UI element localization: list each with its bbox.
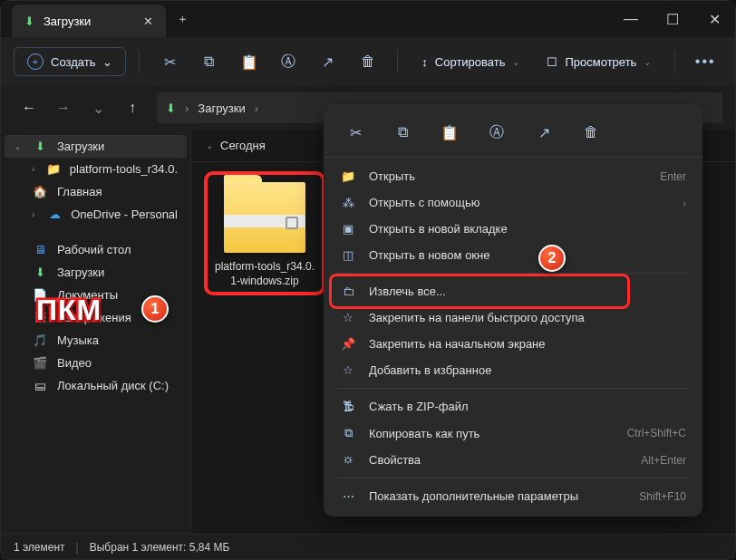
menu-copy-path[interactable]: ⧉ Копировать как путь Ctrl+Shift+C (324, 420, 702, 447)
separator: › (185, 101, 189, 115)
sidebar-item-videos[interactable]: 🎬 Видео (5, 352, 187, 374)
plus-icon: + (27, 53, 44, 70)
rename-button[interactable]: Ⓐ (481, 119, 512, 146)
zip-icon (224, 182, 305, 253)
address-folder: Загрузки (198, 101, 245, 115)
menu-label: Закрепить на панели быстрого доступа (369, 311, 585, 324)
menu-show-more[interactable]: ⋯ Показать дополнительные параметры Shif… (324, 483, 702, 509)
recent-button[interactable]: ⌄ (82, 92, 113, 123)
share-button[interactable]: ↗ (311, 46, 345, 77)
desktop-icon: 🖥 (32, 243, 48, 256)
menu-label: Закрепить на начальном экране (369, 337, 546, 351)
download-icon: ⬇ (166, 101, 176, 115)
close-button[interactable]: ✕ (693, 1, 735, 37)
cut-button[interactable]: ✂ (340, 119, 371, 146)
menu-compress[interactable]: 🗜 Сжать в ZIP-файл (324, 393, 702, 420)
menu-pin-start[interactable]: 📌 Закрепить на начальном экране (324, 331, 702, 357)
sidebar-item-platform-tools[interactable]: › 📁 platform-tools_r34.0. (5, 158, 187, 180)
video-icon: 🎬 (32, 356, 48, 370)
sidebar-item-music[interactable]: 🎵 Музыка (5, 329, 187, 352)
window-icon: ◫ (340, 248, 356, 262)
menu-open-with[interactable]: ⁂ Открыть с помощью › (324, 189, 702, 216)
sidebar: ⌄ ⬇ Загрузки › 📁 platform-tools_r34.0. 🏠… (1, 130, 191, 534)
titlebar: ⬇ Загрузки ✕ ＋ — ☐ ✕ (1, 1, 735, 37)
sort-label: Сортировать (435, 55, 506, 69)
maximize-button[interactable]: ☐ (652, 1, 693, 37)
cut-button[interactable]: ✂ (152, 46, 187, 77)
menu-label: Открыть (369, 169, 415, 183)
status-selected: Выбран 1 элемент: 5,84 МБ (90, 541, 230, 554)
menu-open-tab[interactable]: ▣ Открыть в новой вкладке (324, 216, 702, 242)
shortcut: Alt+Enter (641, 454, 686, 467)
new-tab-button[interactable]: ＋ (177, 11, 189, 27)
download-icon: ⬇ (32, 266, 48, 279)
minimize-button[interactable]: — (610, 1, 652, 37)
folder-icon: 📁 (46, 162, 61, 176)
tab-downloads[interactable]: ⬇ Загрузки ✕ (12, 5, 166, 37)
chevron-right-icon: › (683, 198, 686, 208)
more-button[interactable]: ••• (688, 46, 722, 77)
path-icon: ⧉ (340, 426, 356, 440)
menu-label: Открыть с помощью (369, 196, 479, 209)
shortcut: Ctrl+Shift+C (627, 427, 686, 439)
chevron-icon: › (32, 209, 39, 219)
menu-open-window[interactable]: ◫ Открыть в новом окне (324, 242, 702, 268)
sidebar-label: Загрузки (57, 140, 104, 153)
more-icon: ⋯ (340, 489, 356, 503)
extract-icon: 🗀 (340, 285, 356, 298)
music-icon: 🎵 (32, 333, 48, 347)
download-icon: ⬇ (24, 14, 34, 28)
menu-label: Открыть в новой вкладке (369, 222, 508, 236)
view-label: Просмотреть (565, 55, 636, 69)
disk-icon: 🖴 (32, 379, 48, 392)
menu-add-fav[interactable]: ☆ Добавить в избранное (324, 357, 702, 383)
paste-button[interactable]: 📋 (434, 119, 465, 146)
group-label: Сегодня (220, 139, 266, 152)
view-button[interactable]: ☐ Просмотреть ⌄ (536, 50, 662, 74)
copy-button[interactable]: ⧉ (387, 119, 418, 146)
up-button[interactable]: ↑ (117, 92, 148, 123)
paste-button[interactable]: 📋 (232, 46, 266, 77)
file-item-zip[interactable]: platform-tools_r34.0. 1-windows.zip (206, 177, 324, 294)
chevron-down-icon: ⌄ (102, 55, 112, 69)
forward-button[interactable]: → (48, 92, 79, 123)
delete-button[interactable]: 🗑 (351, 46, 385, 77)
menu-pin-quick[interactable]: ☆ Закрепить на панели быстрого доступа (324, 304, 702, 331)
sidebar-label: Видео (57, 356, 92, 370)
sidebar-label: Музыка (57, 333, 99, 347)
chevron-down-icon: ⌄ (644, 57, 651, 67)
back-button[interactable]: ← (14, 92, 44, 123)
file-label: platform-tools_r34.0. 1-windows.zip (215, 260, 315, 288)
sidebar-label: OneDrive - Personal (71, 208, 178, 221)
tab-title: Загрузки (44, 14, 91, 28)
sidebar-item-localdisk[interactable]: 🖴 Локальный диск (C:) (5, 374, 187, 397)
menu-open[interactable]: 📁 Открыть Enter (324, 163, 702, 189)
toolbar: + Создать ⌄ ✂ ⧉ 📋 Ⓐ ↗ 🗑 ↕ Сортировать ⌄ … (1, 37, 735, 86)
sidebar-item-downloads[interactable]: ⌄ ⬇ Загрузки (5, 135, 187, 158)
sidebar-item-onedrive[interactable]: › ☁ OneDrive - Personal (5, 203, 187, 226)
menu-label: Открыть в новом окне (369, 248, 489, 262)
new-button[interactable]: + Создать ⌄ (14, 47, 126, 76)
status-count: 1 элемент (14, 541, 65, 554)
download-icon: ⬇ (32, 140, 48, 153)
properties-icon: ⛭ (340, 453, 356, 467)
sidebar-item-home[interactable]: 🏠 Главная (5, 180, 187, 203)
sidebar-label: platform-tools_r34.0. (70, 162, 178, 176)
home-icon: 🏠 (32, 185, 48, 198)
menu-extract-all[interactable]: 🗀 Извлечь все... (324, 278, 702, 304)
menu-label: Извлечь все... (369, 285, 446, 298)
context-action-bar: ✂ ⧉ 📋 Ⓐ ↗ 🗑 (324, 111, 702, 158)
chevron-down-icon: ⌄ (14, 141, 23, 151)
sidebar-item-desktop[interactable]: 🖥 Рабочий стол (5, 238, 187, 261)
chevron-icon: › (32, 164, 37, 174)
sort-button[interactable]: ↕ Сортировать ⌄ (411, 50, 530, 74)
copy-button[interactable]: ⧉ (192, 46, 227, 77)
sidebar-item-downloads2[interactable]: ⬇ Загрузки (5, 261, 187, 284)
menu-properties[interactable]: ⛭ Свойства Alt+Enter (324, 447, 702, 473)
delete-button[interactable]: 🗑 (576, 119, 606, 146)
share-button[interactable]: ↗ (528, 119, 559, 146)
statusbar: 1 элемент | Выбран 1 элемент: 5,84 МБ (1, 534, 735, 559)
tab-icon: ▣ (340, 222, 356, 236)
rename-button[interactable]: Ⓐ (271, 46, 305, 77)
tab-close-button[interactable]: ✕ (143, 14, 153, 28)
